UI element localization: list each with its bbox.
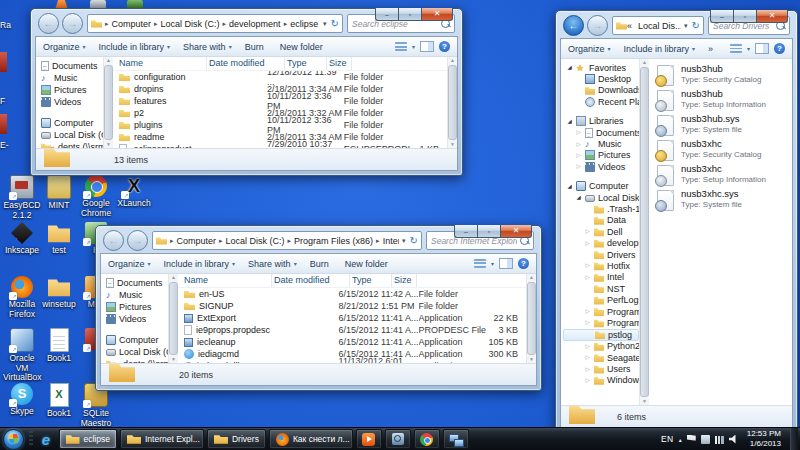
breadcrumb-item[interactable]: eclipse▸ bbox=[290, 19, 320, 29]
desktop-icon[interactable]: MINT bbox=[40, 175, 78, 211]
breadcrumb-item[interactable]: « bbox=[627, 21, 638, 31]
help-button[interactable]: ? bbox=[518, 258, 529, 269]
refresh-icon[interactable]: ↻ bbox=[331, 19, 339, 29]
breadcrumb-item[interactable]: ▸ bbox=[102, 20, 112, 28]
tree-item[interactable]: ▷ Pictures bbox=[563, 150, 639, 161]
toolbar-button[interactable]: Organize▾ bbox=[43, 42, 86, 52]
close-button[interactable]: ✕ bbox=[756, 10, 788, 23]
breadcrumb-item[interactable]: Program Files (x86)▸ bbox=[294, 236, 383, 246]
column-header[interactable]: Date modified bbox=[272, 274, 350, 287]
breadcrumb-item[interactable]: Local Disk (C:)▸ bbox=[161, 19, 230, 29]
maximize-button[interactable]: ▫ bbox=[477, 225, 500, 238]
tree-item[interactable]: ▷ Seagate bbox=[563, 352, 639, 363]
breadcrumb-item[interactable]: ▸ bbox=[167, 237, 177, 245]
tree-expander-icon[interactable]: ▷ bbox=[584, 262, 591, 269]
toolbar-button[interactable]: Burn bbox=[245, 42, 267, 52]
sidebar-item[interactable]: Music bbox=[106, 289, 168, 301]
tree-item[interactable]: pstlog bbox=[563, 329, 639, 341]
tree-expander-icon[interactable]: ▷ bbox=[584, 240, 591, 247]
tree-item[interactable]: ▷ Hotfix bbox=[563, 260, 639, 271]
list-scrollbar[interactable]: ▲▼ bbox=[447, 57, 457, 148]
tree-item[interactable]: ▷ Music bbox=[563, 138, 639, 149]
show-hidden-icons-button[interactable]: ▴ bbox=[679, 436, 682, 443]
sidebar-item[interactable]: Documents bbox=[41, 60, 103, 72]
address-dropdown-icon[interactable]: ▾ bbox=[684, 22, 688, 30]
sidebar-item[interactable]: Pictures bbox=[106, 301, 168, 313]
tree-item[interactable]: ▷ Program Files (x bbox=[563, 317, 639, 328]
tree-expander-icon[interactable]: ◢ bbox=[566, 118, 573, 125]
action-center-flag-icon[interactable] bbox=[687, 435, 696, 444]
maximize-button[interactable]: ▫ bbox=[398, 8, 421, 21]
toolbar-button[interactable]: » bbox=[708, 44, 716, 54]
file-row[interactable]: configuration 12/18/2012 11:39 ... File … bbox=[117, 71, 447, 83]
tree-expander-icon[interactable]: ▷ bbox=[584, 274, 591, 281]
file-row[interactable]: en-US 6/15/2012 11:42 A... File folder bbox=[182, 288, 526, 300]
toolbar-button[interactable]: Organize▾ bbox=[108, 259, 151, 269]
tree-expander-icon[interactable]: ▷ bbox=[575, 129, 582, 136]
address-bar[interactable]: ▸Computer▸Local Disk (C:)▸Program Files … bbox=[152, 231, 422, 250]
toolbar-button[interactable]: Burn bbox=[310, 259, 332, 269]
desktop-icon[interactable]: EasyBCD 2.1.2 bbox=[3, 175, 41, 220]
breadcrumb-item[interactable]: development▸ bbox=[229, 19, 290, 29]
file-row[interactable]: plugins 10/11/2012 3:36 PM File folder bbox=[117, 119, 447, 131]
desktop-icon[interactable]: test bbox=[40, 222, 78, 256]
tree-expander-icon[interactable]: ▷ bbox=[584, 354, 591, 361]
tree-expander-icon[interactable]: ▷ bbox=[584, 343, 591, 350]
breadcrumb-item[interactable]: Computer▸ bbox=[112, 19, 161, 29]
back-button[interactable]: ← bbox=[563, 15, 584, 36]
tree-item[interactable]: ◢ Libraries bbox=[563, 116, 639, 127]
tree-expander-icon[interactable]: ◢ bbox=[566, 64, 573, 71]
toolbar-button[interactable]: Share with▾ bbox=[248, 259, 297, 269]
tree-item[interactable]: Desktop bbox=[563, 73, 639, 84]
file-row[interactable]: ExtExport 6/15/2012 11:41 A... Applicati… bbox=[182, 312, 526, 324]
tree-item[interactable]: ▷ Python27 bbox=[563, 341, 639, 352]
sidebar-scrollbar[interactable]: ▲▼ bbox=[103, 57, 113, 148]
tree-item[interactable]: ▷ Dell bbox=[563, 226, 639, 237]
column-header[interactable]: Name bbox=[117, 57, 207, 70]
views-caret-icon[interactable]: ▾ bbox=[747, 45, 750, 52]
minimize-button[interactable]: – bbox=[710, 10, 733, 23]
taskbar-app-button[interactable] bbox=[356, 429, 382, 449]
sidebar-item[interactable]: Pictures bbox=[41, 84, 103, 96]
tree-expander-icon[interactable]: ▷ bbox=[584, 308, 591, 315]
removable-device-icon[interactable] bbox=[701, 435, 710, 444]
tree-expander-icon[interactable]: ▷ bbox=[575, 141, 582, 148]
sidebar-scrollbar[interactable]: ▲▼ bbox=[168, 274, 178, 363]
sidebar-item[interactable]: Documents bbox=[106, 277, 168, 289]
toolbar-button[interactable]: Share with▾ bbox=[183, 42, 232, 52]
file-row[interactable]: ie9props.propdesc 6/15/2012 11:41 A... P… bbox=[182, 324, 526, 336]
file-tile[interactable]: nusb3xhcType: Security Catalog bbox=[657, 139, 792, 164]
views-caret-icon[interactable]: ▾ bbox=[491, 260, 494, 267]
taskbar-window-button[interactable]: Drivers bbox=[207, 429, 266, 449]
forward-button[interactable]: → bbox=[62, 13, 83, 34]
desktop-icon[interactable]: XLaunch bbox=[115, 175, 153, 209]
help-button[interactable]: ? bbox=[774, 43, 785, 54]
tree-expander-icon[interactable]: ▷ bbox=[575, 163, 582, 170]
tree-expander-icon[interactable]: ◢ bbox=[566, 183, 573, 190]
toolbar-button[interactable]: New folder bbox=[345, 259, 391, 269]
partial-desktop-icon[interactable] bbox=[127, 0, 143, 8]
partial-desktop-icon[interactable] bbox=[90, 0, 106, 8]
column-header[interactable]: Size bbox=[392, 274, 417, 287]
tree-expander-icon[interactable]: ▷ bbox=[575, 152, 582, 159]
tree-expander-icon[interactable]: ◢ bbox=[575, 194, 582, 201]
clock[interactable]: 12:53 PM 1/6/2013 bbox=[743, 429, 785, 449]
tree-expander-icon[interactable]: ▷ bbox=[584, 228, 591, 235]
desktop-icon[interactable]: Book1 bbox=[40, 328, 78, 364]
desktop-icon[interactable]: Inkscape bbox=[3, 222, 41, 256]
sidebar-item[interactable] bbox=[41, 108, 103, 117]
file-row[interactable]: SIGNUP 8/21/2012 1:51 PM File folder bbox=[182, 300, 526, 312]
breadcrumb-item[interactable]: Local Disk (C:)▸ bbox=[226, 236, 295, 246]
desktop-icon[interactable]: Mozilla Firefox bbox=[3, 276, 41, 319]
help-button[interactable]: ? bbox=[439, 41, 450, 52]
toolbar-button[interactable]: New folder bbox=[280, 42, 326, 52]
tree-item[interactable]: Drivers bbox=[563, 249, 639, 260]
file-row[interactable]: iecleanup 6/15/2012 11:41 A... Applicati… bbox=[182, 336, 526, 348]
taskbar-app-button[interactable] bbox=[385, 429, 411, 449]
sidebar-item[interactable] bbox=[106, 325, 168, 334]
sidebar-item[interactable]: ✕ depts (\\srmfs01) bbox=[41, 141, 103, 148]
tree-item[interactable]: NST bbox=[563, 283, 639, 294]
close-button[interactable]: ✕ bbox=[500, 225, 532, 238]
forward-button[interactable]: → bbox=[127, 230, 148, 251]
sidebar-item[interactable]: Videos bbox=[106, 313, 168, 325]
